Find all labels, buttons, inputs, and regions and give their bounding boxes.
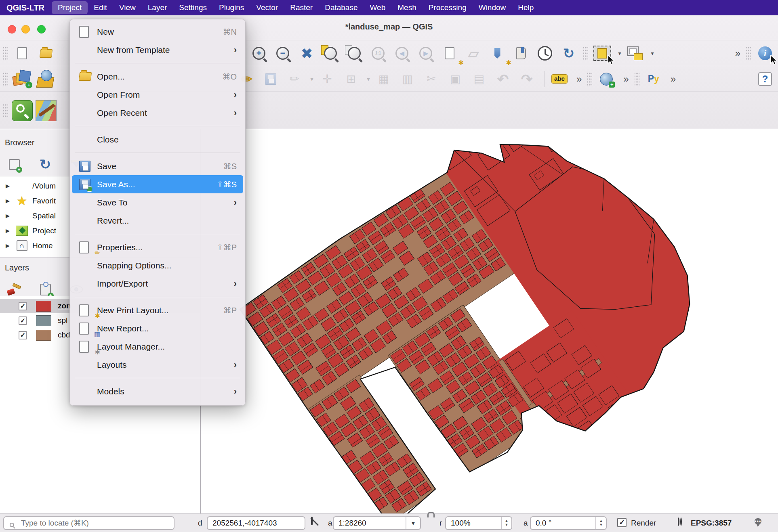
menubar-item-project[interactable]: Project: [52, 1, 88, 14]
menubar-item-raster[interactable]: Raster: [284, 1, 319, 14]
save-layer-edits-icon[interactable]: [260, 69, 282, 89]
menubar-item-vector[interactable]: Vector: [250, 1, 284, 14]
menubar-item-help[interactable]: Help: [512, 1, 540, 14]
identify-features-icon[interactable]: i: [754, 43, 776, 63]
menu-item-open[interactable]: Open...⌘O: [72, 67, 243, 86]
expand-arrow-icon[interactable]: ▶: [6, 228, 14, 234]
new-3d-map-view-icon[interactable]: ▱: [463, 43, 484, 63]
redo-icon[interactable]: ↷: [516, 69, 538, 89]
menubar-item-edit[interactable]: Edit: [88, 1, 113, 14]
menu-item-new-print-layout[interactable]: ✱New Print Layout...⌘P: [72, 301, 243, 319]
scale-dropdown-arrow[interactable]: ▼: [406, 517, 420, 529]
zoom-in-icon[interactable]: +: [248, 43, 270, 63]
zoom-to-layer-icon[interactable]: [343, 43, 365, 63]
copy-features-icon[interactable]: ▣: [444, 69, 466, 89]
refresh-map-icon[interactable]: ↻: [558, 43, 580, 63]
rotation-spinbox[interactable]: 0.0 ° ▲▼: [530, 516, 607, 530]
expand-arrow-icon[interactable]: ▶: [6, 213, 14, 219]
render-checkbox[interactable]: ✓: [617, 518, 627, 532]
locator-search[interactable]: [3, 516, 175, 530]
mouse-extents-icon[interactable]: [311, 517, 313, 531]
menu-item-revert[interactable]: Revert...: [72, 212, 243, 230]
map-canvas[interactable]: [202, 130, 778, 513]
metasearch-catalog-icon[interactable]: [35, 69, 57, 89]
move-feature-icon[interactable]: ✛: [316, 69, 338, 89]
search-input[interactable]: [20, 518, 174, 528]
zoom-next-icon[interactable]: ▸: [415, 43, 437, 63]
menubar-item-window[interactable]: Window: [473, 1, 512, 14]
zoom-to-selection-icon[interactable]: [320, 43, 341, 63]
select-features-icon[interactable]: [591, 43, 613, 63]
menu-item-models[interactable]: Models›: [72, 382, 243, 400]
zoom-native-icon[interactable]: 1:1: [367, 43, 389, 63]
layer-visibility-checkbox[interactable]: ✓: [19, 331, 27, 339]
menu-item-new-from-template[interactable]: New from Template›: [72, 41, 243, 59]
plugins-toolbar-overflow[interactable]: »: [667, 73, 680, 85]
menu-item-properties[interactable]: ✏Properties...⇧⌘P: [72, 238, 243, 256]
menu-item-save[interactable]: Save⌘S: [72, 157, 243, 175]
layer-visibility-checkbox[interactable]: ✓: [19, 302, 27, 310]
menubar-item-settings[interactable]: Settings: [173, 1, 213, 14]
select-by-value-dropdown[interactable]: ▾: [648, 50, 657, 57]
expand-arrow-icon[interactable]: ▶: [6, 243, 14, 249]
add-feature-icon[interactable]: ✏: [284, 69, 305, 89]
layer-visibility-checkbox[interactable]: ✓: [19, 316, 27, 325]
menu-item-layouts[interactable]: Layouts›: [72, 356, 243, 374]
crs-status[interactable]: EPSG:3857: [691, 519, 732, 528]
add-feature-dropdown[interactable]: ▾: [307, 76, 316, 82]
paste-features-icon[interactable]: ▤: [468, 69, 490, 89]
menu-item-open-recent[interactable]: Open Recent›: [72, 104, 243, 122]
show-spatial-bookmarks-icon[interactable]: [510, 43, 532, 63]
menu-item-open-from[interactable]: Open From›: [72, 86, 243, 104]
menubar-item-web[interactable]: Web: [364, 1, 392, 14]
cut-features-icon[interactable]: ✂: [421, 69, 442, 89]
menubar-item-database[interactable]: Database: [319, 1, 364, 14]
menu-item-close[interactable]: Close: [72, 130, 243, 149]
menubar-item-plugins[interactable]: Plugins: [213, 1, 250, 14]
menu-item-new-report[interactable]: ▦New Report...: [72, 319, 243, 337]
magnifier-spinner[interactable]: ▲▼: [501, 517, 511, 529]
menu-item-save-as[interactable]: Save As...⇧⌘S: [72, 175, 243, 193]
rotation-spinner[interactable]: ▲▼: [595, 517, 606, 529]
menubar-item-layer[interactable]: Layer: [142, 1, 173, 14]
data-source-manager-icon[interactable]: +: [11, 69, 33, 89]
delete-selected-icon[interactable]: ▥: [397, 69, 418, 89]
crs-globe-icon[interactable]: [678, 518, 679, 532]
modify-attributes-icon[interactable]: ▦: [373, 69, 395, 89]
metasearch-icon[interactable]: [595, 69, 617, 89]
expand-arrow-icon[interactable]: ▶: [6, 198, 14, 204]
menu-item-layout-manager[interactable]: ✱Layout Manager...: [72, 337, 243, 356]
app-menu-qgis-ltr[interactable]: QGIS-LTR: [0, 3, 52, 13]
labeling-options-icon[interactable]: abc: [549, 69, 570, 89]
coordinate-field[interactable]: 2052561,-4017403: [207, 516, 305, 530]
new-spatial-bookmark-icon[interactable]: ✱: [486, 43, 508, 63]
menubar-item-view[interactable]: View: [113, 1, 142, 14]
vertex-tool-dropdown[interactable]: ▾: [364, 76, 373, 82]
add-layer-icon[interactable]: [3, 154, 25, 174]
menu-item-new[interactable]: New⌘N: [72, 23, 243, 41]
scale-combobox[interactable]: 1:28260 ▼: [333, 516, 421, 530]
messages-icon[interactable]: •••: [755, 517, 761, 531]
magnifier-spinbox[interactable]: 100% ▲▼: [445, 516, 512, 530]
attributes-toolbar-overflow[interactable]: »: [731, 48, 744, 59]
expand-arrow-icon[interactable]: ▶: [6, 183, 14, 189]
zoom-out-icon[interactable]: −: [272, 43, 294, 63]
menu-item-import-export[interactable]: Import/Export›: [72, 274, 243, 293]
quickmapservices-icon[interactable]: [35, 101, 57, 121]
vertex-tool-icon[interactable]: ⊞: [340, 69, 362, 89]
menubar-item-mesh[interactable]: Mesh: [391, 1, 422, 14]
menu-item-snapping-options[interactable]: Snapping Options...: [72, 256, 243, 274]
open-project-icon[interactable]: [35, 43, 57, 63]
undo-icon[interactable]: ↶: [492, 69, 514, 89]
temporal-controller-icon[interactable]: [534, 43, 556, 63]
menubar-item-processing[interactable]: Processing: [423, 1, 473, 14]
zoom-last-icon[interactable]: ◂: [391, 43, 413, 63]
select-by-value-icon[interactable]: [624, 43, 646, 63]
osm-place-search-icon[interactable]: [11, 101, 33, 121]
new-map-view-icon[interactable]: ✱: [439, 43, 460, 63]
python-console-icon[interactable]: Py: [643, 69, 664, 89]
labeling-toolbar-overflow[interactable]: »: [572, 73, 586, 85]
menu-item-save-to[interactable]: Save To›: [72, 193, 243, 212]
refresh-browser-icon[interactable]: ↻: [34, 154, 56, 174]
web-toolbar-overflow[interactable]: »: [619, 73, 633, 85]
